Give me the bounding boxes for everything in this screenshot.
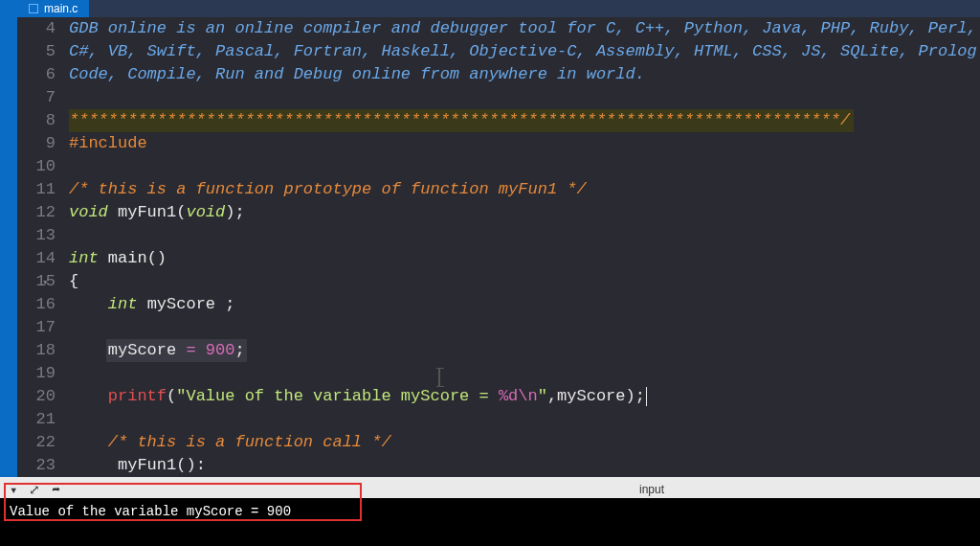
code-line[interactable]: myScore = 900; xyxy=(69,339,980,362)
code-line[interactable]: Code, Compile, Run and Debug online from… xyxy=(69,63,980,86)
panel-tab-input[interactable]: input xyxy=(632,483,672,496)
line-number: 17 xyxy=(17,316,56,339)
code-area[interactable]: GDB online is an online compiler and deb… xyxy=(69,17,980,477)
code-line[interactable]: /* this is a function prototype of funct… xyxy=(69,178,980,201)
code-line[interactable] xyxy=(69,155,980,178)
code-line[interactable]: C#, VB, Swift, Pascal, Fortran, Haskell,… xyxy=(69,40,980,63)
line-number: 4 xyxy=(17,17,56,40)
tab-modified-icon xyxy=(29,4,38,13)
line-number: 21 xyxy=(17,408,56,431)
code-line[interactable]: int main() xyxy=(69,247,980,270)
line-number: 8 xyxy=(17,109,56,132)
code-line[interactable]: GDB online is an online compiler and deb… xyxy=(69,17,980,40)
line-number: 6 xyxy=(17,63,56,86)
line-number: 14 xyxy=(17,247,56,270)
line-number: 22 xyxy=(17,431,56,454)
line-number: 9 xyxy=(17,132,56,155)
panel-toolbar: ▾ ⤢ ➦ xyxy=(0,482,60,498)
tab-label: main.c xyxy=(44,2,78,15)
console-text: Value of the variable myScore = 900 xyxy=(10,504,291,519)
code-line[interactable]: printf("Value of the variable myScore = … xyxy=(69,385,980,408)
expand-icon[interactable]: ⤢ xyxy=(29,482,40,498)
code-line[interactable] xyxy=(69,408,980,431)
line-number-gutter: 456789101112131415 1617181920212223 xyxy=(17,17,63,477)
share-icon[interactable]: ➦ xyxy=(52,482,59,498)
code-line[interactable]: #include xyxy=(69,132,980,155)
code-line[interactable]: myFun1(): xyxy=(69,454,980,477)
line-number: 12 xyxy=(17,201,56,224)
activity-stripe xyxy=(0,0,17,477)
text-caret-icon xyxy=(438,368,440,387)
code-line[interactable]: /* this is a function call */ xyxy=(69,431,980,454)
tab-bar: main.c xyxy=(17,0,980,17)
line-number: 13 xyxy=(17,224,56,247)
code-line[interactable] xyxy=(69,86,980,109)
code-line[interactable]: int myScore ; xyxy=(69,293,980,316)
line-number: 5 xyxy=(17,40,56,63)
code-line[interactable]: void myFun1(void); xyxy=(69,201,980,224)
code-line[interactable] xyxy=(69,224,980,247)
line-number: 16 xyxy=(17,293,56,316)
line-number: 23 xyxy=(17,454,56,477)
output-panel-tabs: ▾ ⤢ ➦ input xyxy=(0,481,980,498)
line-number: 10 xyxy=(17,155,56,178)
chevron-down-icon[interactable]: ▾ xyxy=(10,482,17,498)
code-line[interactable]: ****************************************… xyxy=(69,109,980,132)
line-number: 20 xyxy=(17,385,56,408)
line-number: 19 xyxy=(17,362,56,385)
line-number: 18 xyxy=(17,339,56,362)
console-output[interactable]: Value of the variable myScore = 900 xyxy=(0,498,980,546)
code-line[interactable] xyxy=(69,316,980,339)
file-tab-main-c[interactable]: main.c xyxy=(17,0,89,17)
line-number: 11 xyxy=(17,178,56,201)
fold-icon[interactable]: ▾ xyxy=(42,276,49,288)
code-line[interactable] xyxy=(69,362,980,385)
line-number: 7 xyxy=(17,86,56,109)
code-line[interactable]: { xyxy=(69,270,980,293)
code-editor[interactable]: 456789101112131415 1617181920212223 GDB … xyxy=(17,17,980,477)
line-number: 15 xyxy=(17,270,56,293)
